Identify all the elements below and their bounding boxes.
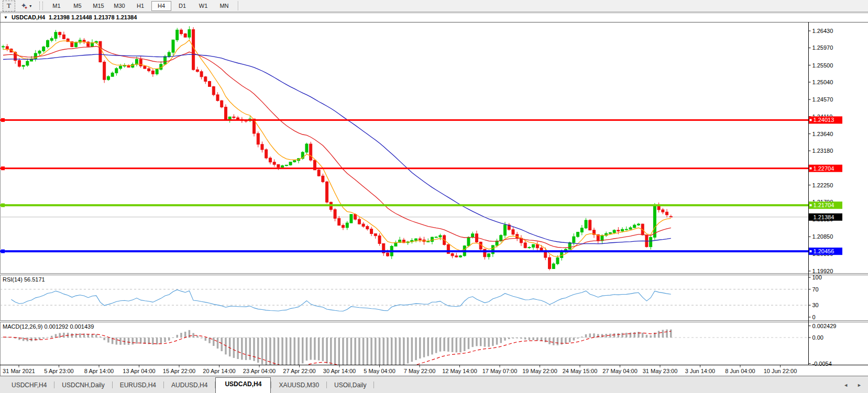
line-anchor-handle [1,250,5,253]
horizontal-level-line [0,119,808,121]
time-axis-label: 23 Apr 04:00 [243,368,276,374]
line-anchor-handle [1,204,5,207]
price-badge-label: 1.21704 [814,202,834,208]
time-axis-label: 3 Jun 14:00 [685,368,716,374]
tab-usdcad-h4[interactable]: USDCAD,H4 [215,377,271,393]
sparkle-small-icon: ✦ [24,6,28,10]
tab-xauusd-m30[interactable]: XAUUSD,M30 [271,379,326,393]
object-style-button[interactable]: ✦✦ ▾ [17,1,36,11]
time-axis-label: 31 May 23:00 [643,368,678,374]
tabs-scroll-left-icon[interactable]: ◄ [843,383,848,388]
caret-down-icon: ▾ [29,4,31,8]
axis-tick-label: 1.23640 [812,131,833,137]
time-axis-label: 12 May 14:00 [442,368,477,374]
time-axis-label: 17 May 07:00 [482,368,518,374]
axis-tick-label: -0.0054 [812,361,832,367]
price-badge-label: 1.24013 [814,117,834,123]
chart-ohlc-values: 1.21398 1.21448 1.21378 1.21384 [49,14,137,20]
timeframe-m30-button[interactable]: M30 [109,1,129,11]
chart-title-bar: ▼ USDCAD,H4 1.21398 1.21448 1.21378 1.21… [4,14,137,20]
time-axis-label: 30 Apr 14:00 [323,368,356,374]
tabs-scroll-right-icon[interactable]: ► [857,383,862,388]
chart-tab-bar: USDCHF,H4USDCNH,DailyEURUSD,H4AUDUSD,H4U… [0,376,868,393]
time-axis-label: 10 Jun 22:00 [764,368,797,374]
horizontal-level-line [0,250,808,252]
axis-tick-label: 1.25040 [812,79,833,85]
horizontal-level-line [0,167,808,169]
axis-tick-label: 30 [812,302,819,308]
chart-tabs: USDCHF,H4USDCNH,DailyEURUSD,H4AUDUSD,H4U… [4,377,374,393]
tab-usdcnh-daily[interactable]: USDCNH,Daily [54,379,112,393]
timeframe-m5-button[interactable]: M5 [68,1,87,11]
macd-indicator-label: MACD(12,26,9) 0.001292 0.001439 [3,323,94,330]
tab-divider [373,381,374,388]
axis-tick-label: 1.19920 [812,268,833,274]
time-axis-label: 27 Apr 22:00 [283,368,315,374]
text-tool-button[interactable]: T [3,1,15,12]
mt4-window: T ✦✦ ▾ M1M5M15M30H1H4D1W1MN ▼ USDCAD,H4 … [0,0,868,393]
tab-usdchf-h4[interactable]: USDCHF,H4 [4,379,54,393]
line-anchor-handle [1,166,5,170]
timeframe-h1-button[interactable]: H1 [130,1,150,11]
time-axis-label: 15 Apr 22:00 [163,368,195,374]
tab-eurusd-h4[interactable]: EURUSD,H4 [113,379,163,393]
timeframe-mn-button[interactable]: MN [214,1,234,11]
time-axis-label: 5 Apr 23:00 [44,368,73,374]
time-axis-label: 5 May 04:00 [364,368,395,374]
timeframe-w1-button[interactable]: W1 [193,1,213,11]
time-axis-label: 8 Jun 04:00 [725,368,755,374]
axis-tick-label: 100 [812,274,822,280]
horizontal-level-line [0,204,808,206]
chart-symbol-label: USDCAD,H4 [12,14,45,20]
rsi-indicator-label: RSI(14) 56.5171 [3,276,45,283]
axis-tick-label: 0.002429 [812,323,837,329]
time-axis-label: 31 Mar 2021 [3,368,35,374]
timeframe-m1-button[interactable]: M1 [47,1,67,11]
timeframe-h4-button[interactable]: H4 [151,1,171,11]
timeframe-buttons: M1M5M15M30H1H4D1W1MN [47,1,234,11]
price-badge-label: 1.22704 [814,165,834,172]
axis-tick-label: 1.25500 [812,62,833,69]
axis-tick-label: 1.20850 [812,233,833,240]
axis-tick-label: 1.24570 [812,96,833,103]
axis-tick-label: 1.22250 [812,182,833,188]
axis-tick-label: 1.23180 [812,148,833,154]
tab-scroll-arrows: ◄ ► [843,383,862,388]
chart-plot-area[interactable]: 1.264301.259701.255001.250401.245701.241… [0,13,868,376]
toolbar-separator [238,1,238,10]
time-axis-label: 20 Apr 14:00 [203,368,235,374]
axis-tick-label: 1.26430 [812,28,833,34]
time-axis-label: 27 May 04:00 [602,368,638,374]
axis-tick-label: 70 [812,286,819,293]
time-axis-label: 24 May 15:00 [563,368,598,374]
axis-tick-label: 0.00 [812,334,823,341]
time-axis-label: 19 May 22:00 [522,368,557,374]
axis-tick-label: 1.25970 [812,44,833,51]
toolbar: T ✦✦ ▾ M1M5M15M30H1H4D1W1MN [0,0,868,12]
time-axis-label: 8 Apr 14:00 [84,368,114,374]
timeframe-d1-button[interactable]: D1 [172,1,192,11]
line-anchor-handle [1,118,5,122]
toolbar-grip [39,2,43,10]
price-badge-label: 1.20456 [814,248,834,254]
time-axis-label: 13 Apr 04:00 [123,368,155,374]
timeframe-m15-button[interactable]: M15 [89,1,108,11]
chart-dropdown-icon[interactable]: ▼ [4,15,8,20]
tab-audusd-h4[interactable]: AUDUSD,H4 [164,379,215,393]
price-badge-label: 1.21384 [814,214,834,220]
tab-usoil-daily[interactable]: USOil,Daily [327,379,373,393]
time-axis-label: 7 May 22:00 [404,368,436,374]
axis-tick-label: 0 [812,314,816,320]
